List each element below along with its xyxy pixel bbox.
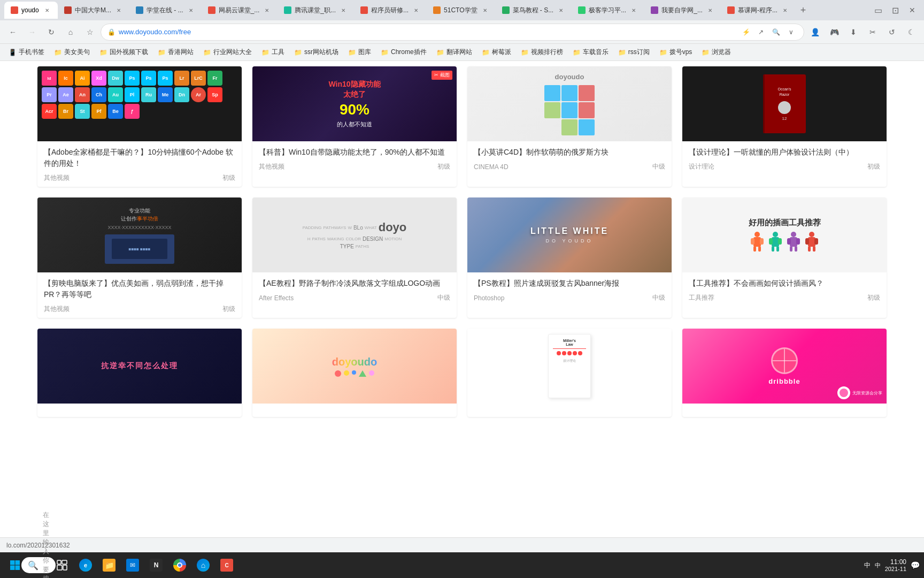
share-icon[interactable]: ↗ bbox=[754, 26, 767, 39]
back-button[interactable]: ← bbox=[4, 24, 21, 41]
adobe-pl-icon: Pl bbox=[125, 87, 140, 102]
search-site-icon[interactable]: 🔍 bbox=[769, 26, 782, 39]
word: H bbox=[307, 237, 311, 241]
notification-icon[interactable]: 💬 bbox=[911, 561, 920, 569]
bookmark-chrome[interactable]: 📁 Chrome插件 bbox=[376, 46, 431, 59]
taskbar-mail-button[interactable]: ✉ bbox=[122, 554, 143, 576]
tab-zhongdaxue[interactable]: 中国大学M... ✕ bbox=[58, 2, 129, 19]
folder-icon: 📁 bbox=[659, 49, 667, 56]
card-doyo[interactable]: doyoudo bbox=[252, 329, 457, 417]
chevron-down-icon[interactable]: ∨ bbox=[784, 26, 797, 39]
svg-rect-31 bbox=[63, 565, 67, 570]
card-meta: 工具推荐 初级 bbox=[689, 293, 880, 302]
bookmark-guowai[interactable]: 📁 国外视频下载 bbox=[95, 46, 152, 59]
tab-close[interactable]: ✕ bbox=[187, 6, 195, 14]
taskbar-n-button[interactable]: N bbox=[145, 554, 167, 576]
taskbar-search-bar[interactable]: 🔍 在这里输入你要搜索的内容 bbox=[21, 557, 56, 573]
card-win10[interactable]: Win10隐藏功能太绝了 90% 的人都不知道 ✂ 截图 【科普】Win10自带… bbox=[252, 66, 457, 187]
bookmark-ssr[interactable]: 📁 ssr网站机场 bbox=[290, 46, 343, 59]
tab-wozixue[interactable]: 我要自学网_... ✕ bbox=[644, 2, 721, 19]
tools-button[interactable]: ✂ bbox=[864, 24, 881, 41]
tab-close[interactable]: ✕ bbox=[339, 6, 348, 14]
tab-close[interactable]: ✕ bbox=[557, 6, 565, 14]
bookmark-xianggang[interactable]: 📁 香港网站 bbox=[153, 46, 198, 59]
tab-close[interactable]: ✕ bbox=[706, 6, 714, 14]
svg-rect-14 bbox=[787, 238, 791, 245]
card-ae[interactable]: PADDING PATHWAYS W BLo WHAT doyo H PATHS… bbox=[252, 197, 457, 318]
games-button[interactable]: 🎮 bbox=[826, 24, 843, 41]
taskbar-explorer-button[interactable]: 📁 bbox=[98, 554, 120, 576]
tab-wangyi[interactable]: 网易云课堂_... ✕ bbox=[202, 2, 278, 19]
card-c4d[interactable]: doyoudo bbox=[467, 66, 672, 187]
bookmark-gongju[interactable]: 📁 工具 bbox=[257, 46, 289, 59]
bookmark-shouji[interactable]: 📱 手机书签 bbox=[4, 46, 49, 59]
url-text: www.doyoudo.com/free bbox=[119, 28, 736, 36]
tab-close-window[interactable]: ✕ bbox=[905, 3, 920, 18]
card-design[interactable]: Occan'sRazor 12 【设计理论】一听就懂的用户体验设计法则（中） 设… bbox=[682, 66, 887, 187]
shape-circle bbox=[352, 370, 356, 375]
bookmark-label: Chrome插件 bbox=[391, 48, 427, 57]
tab-close[interactable]: ✕ bbox=[263, 6, 271, 14]
bookmark-meinv[interactable]: 📁 美女美句 bbox=[50, 46, 94, 59]
download-button[interactable]: ⬇ bbox=[845, 24, 862, 41]
card-dribble[interactable]: dribbble 无限资源会分享 bbox=[682, 329, 887, 417]
search-taskbar-button[interactable]: 🔍 在这里输入你要搜索的内容 bbox=[28, 554, 49, 576]
folder-icon: 📁 bbox=[618, 49, 626, 56]
tab-maximize[interactable]: ⊡ bbox=[888, 3, 903, 18]
tab-minimize[interactable]: ▭ bbox=[871, 3, 886, 18]
tab-close[interactable]: ✕ bbox=[43, 6, 51, 14]
taskbar-edge-button[interactable]: e bbox=[75, 554, 96, 576]
tab-close[interactable]: ✕ bbox=[412, 6, 420, 14]
card-millers[interactable]: Miller'sLaw 设计理论 bbox=[467, 329, 672, 417]
tab-xuetang[interactable]: 学堂在线 - ... ✕ bbox=[129, 2, 202, 19]
taskbar-red-button[interactable]: C bbox=[216, 554, 237, 576]
tab-muke[interactable]: 慕课网-程序... ✕ bbox=[721, 2, 796, 19]
ball-line-v bbox=[784, 347, 785, 374]
bookmark-browser[interactable]: 📁 浏览器 bbox=[697, 46, 735, 59]
task-view-button[interactable] bbox=[51, 554, 73, 576]
svg-rect-5 bbox=[758, 246, 761, 252]
card-adobe[interactable]: Id Ic Ai Xd Dw Ps Ps Ps Lr LrC Fr Pr Ae bbox=[37, 66, 242, 187]
bookmark-label: 美女美句 bbox=[64, 48, 90, 57]
taskbar-browser2-button[interactable]: ⌂ bbox=[192, 554, 214, 576]
bookmark-video-rank[interactable]: 📁 视频排行榜 bbox=[517, 46, 567, 59]
tab-youdo[interactable]: youdo ✕ bbox=[4, 2, 58, 19]
url-bar[interactable]: 🔒 www.doyoudo.com/free ⚡ ↗ 🔍 ∨ bbox=[101, 24, 804, 41]
bookmark-car-music[interactable]: 📁 车载音乐 bbox=[568, 46, 613, 59]
tab-tencent[interactable]: 腾讯课堂_职... ✕ bbox=[278, 2, 354, 19]
video2-thumb: 抗逆幸不同怎么处理 bbox=[37, 329, 242, 404]
bookmark-vps[interactable]: 📁 拨号vps bbox=[655, 46, 697, 59]
new-tab-button[interactable]: + bbox=[796, 3, 811, 18]
bookmark-tuku[interactable]: 📁 图库 bbox=[344, 46, 375, 59]
taskbar-chrome-button[interactable] bbox=[169, 554, 190, 576]
tab-chengxuyuan[interactable]: 程序员研修... ✕ bbox=[354, 2, 427, 19]
tab-jike[interactable]: 极客学习平... ✕ bbox=[572, 2, 644, 19]
card-pr[interactable]: 专业功能让创作事半功倍 XXXX·XXXXXXXXXX·XXXXX ■■■■ ■… bbox=[37, 197, 242, 318]
tab-51cto[interactable]: 51CTO学堂 ✕ bbox=[427, 2, 495, 19]
bookmark-this-button[interactable]: ☆ bbox=[81, 24, 98, 41]
card-tool[interactable]: 好用的插画工具推荐 bbox=[682, 197, 887, 318]
tab-runoob[interactable]: 菜鸟教程 - S... ✕ bbox=[496, 2, 572, 19]
card-level: 初级 bbox=[867, 293, 880, 302]
tab-close[interactable]: ✕ bbox=[481, 6, 489, 14]
refresh-button[interactable]: ↻ bbox=[43, 24, 60, 41]
bookmark-shumei[interactable]: 📁 树莓派 bbox=[478, 46, 515, 59]
card-video2[interactable]: 抗逆幸不同怎么处理 bbox=[37, 329, 242, 417]
night-mode-button[interactable]: ☾ bbox=[903, 24, 920, 41]
home-button[interactable]: ⌂ bbox=[62, 24, 79, 41]
millers-title: Miller'sLaw bbox=[563, 339, 576, 346]
forward-button[interactable]: → bbox=[24, 24, 41, 41]
tab-close[interactable]: ✕ bbox=[781, 6, 789, 14]
millers-sub: 设计理论 bbox=[563, 359, 576, 363]
undo-button[interactable]: ↺ bbox=[883, 24, 900, 41]
bookmark-rss[interactable]: 📁 rss订阅 bbox=[614, 46, 654, 59]
lightning-icon[interactable]: ⚡ bbox=[740, 26, 752, 39]
card-thumbnail: Occan'sRazor 12 bbox=[682, 66, 887, 141]
bookmark-fanyi[interactable]: 📁 翻译网站 bbox=[432, 46, 476, 59]
bookmark-hangye[interactable]: 📁 行业网站大全 bbox=[199, 46, 256, 59]
card-ps[interactable]: LITTLE WHITE DO YOUDO 【PS教程】照片速成斑驳复古风ban… bbox=[467, 197, 672, 318]
word: TYPE bbox=[340, 244, 354, 249]
tab-close[interactable]: ✕ bbox=[629, 6, 638, 14]
tab-close[interactable]: ✕ bbox=[114, 6, 123, 14]
account-button[interactable]: 👤 bbox=[806, 24, 823, 41]
